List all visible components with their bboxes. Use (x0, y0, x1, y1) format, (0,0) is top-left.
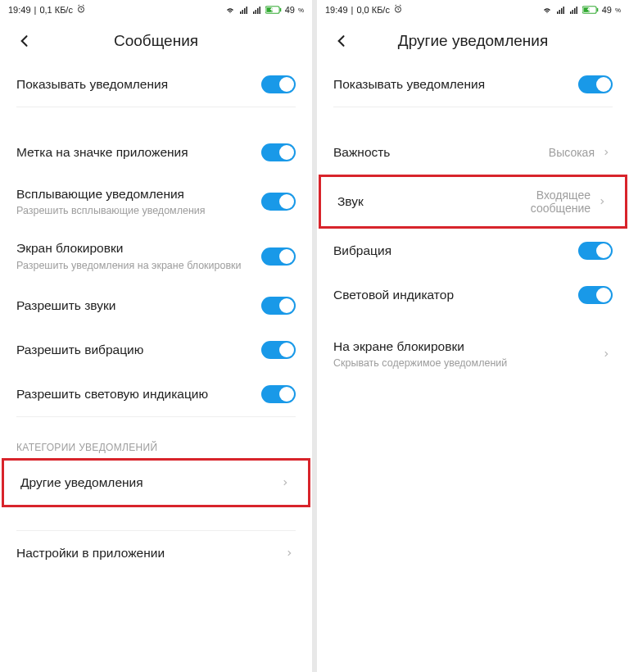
label: Вибрация (333, 243, 578, 259)
svg-rect-2 (242, 10, 243, 14)
status-time: 19:49 (8, 5, 31, 15)
svg-rect-19 (574, 8, 576, 14)
toggle-on[interactable] (261, 193, 296, 211)
label: Всплывающие уведомления (16, 186, 261, 202)
svg-rect-15 (561, 8, 563, 14)
svg-rect-1 (240, 11, 242, 14)
label: Звук (337, 193, 492, 210)
svg-rect-5 (253, 11, 255, 14)
label: Световой индикатор (333, 287, 578, 303)
sublabel: Скрывать содержимое уведомлений (333, 356, 600, 370)
label: Показывать уведомления (333, 76, 578, 93)
svg-rect-17 (570, 11, 572, 14)
header: Другие уведомления (317, 20, 629, 62)
battery-percent: 49 (285, 5, 295, 15)
toggle-on[interactable] (578, 286, 613, 304)
battery-unit: % (615, 7, 621, 14)
page-title: Другие уведомления (398, 32, 548, 50)
battery-icon (265, 5, 282, 15)
sublabel: Разрешить уведомления на экране блокиров… (16, 259, 261, 272)
label: Другие уведомления (20, 474, 278, 491)
label: Разрешить звуки (16, 297, 261, 314)
label: Экран блокировки (16, 240, 261, 257)
status-speed: 0,0 КБ/с (356, 5, 390, 15)
row-light-indicator[interactable]: Световой индикатор (317, 273, 629, 317)
svg-rect-4 (246, 7, 247, 14)
signal-icon-2 (252, 5, 262, 15)
chevron-right-icon (600, 146, 613, 159)
battery-unit: % (298, 7, 304, 14)
label: На экране блокировки (333, 338, 600, 355)
row-importance[interactable]: Важность Высокая (317, 130, 629, 175)
header: Сообщения (0, 20, 312, 62)
value: Высокая (549, 146, 595, 159)
alarm-icon (393, 4, 403, 16)
section-title: КАТЕГОРИИ УВЕДОМЛЕНИЙ (0, 434, 312, 458)
label: Важность (333, 144, 549, 161)
wifi-icon (224, 5, 236, 15)
svg-rect-6 (255, 10, 256, 14)
chevron-right-icon (600, 347, 613, 361)
signal-icon-2 (569, 5, 579, 15)
row-sound[interactable]: Звук Входящее сообщение (321, 177, 625, 226)
signal-icon (239, 5, 249, 15)
label: Показывать уведомления (16, 76, 261, 93)
toggle-on[interactable] (578, 242, 613, 260)
back-button[interactable] (13, 30, 36, 52)
toggle-on[interactable] (261, 247, 296, 266)
screen-messages: 19:49 | 0,1 КБ/с 49 % Сообщения Показыва… (0, 0, 312, 672)
signal-icon (556, 5, 566, 15)
toggle-on[interactable] (261, 341, 296, 359)
chevron-right-icon (595, 195, 609, 208)
label: Разрешить вибрацию (16, 342, 261, 358)
row-app-settings[interactable]: Настройки в приложении (0, 531, 312, 575)
svg-rect-11 (279, 8, 280, 11)
battery-icon (582, 5, 599, 15)
status-bar: 19:49 | 0,0 КБ/с 49 % (317, 0, 629, 20)
screen-other-notifications: 19:49 | 0,0 КБ/с 49 % Другие уведомления… (317, 0, 629, 672)
page-title: Сообщения (114, 32, 198, 50)
row-vibration[interactable]: Разрешить вибрацию (0, 328, 312, 372)
svg-rect-14 (559, 10, 560, 14)
svg-rect-7 (257, 8, 259, 14)
label: Настройки в приложении (16, 545, 283, 561)
chevron-right-icon (278, 476, 292, 489)
svg-rect-13 (557, 11, 559, 14)
row-vibration[interactable]: Вибрация (317, 229, 629, 273)
row-light[interactable]: Разрешить световую индикацию (0, 372, 312, 416)
svg-rect-23 (596, 8, 597, 11)
row-on-lockscreen[interactable]: На экране блокировки Скрывать содержимое… (317, 327, 629, 381)
chevron-right-icon (283, 547, 296, 560)
row-sounds[interactable]: Разрешить звуки (0, 284, 312, 328)
svg-rect-8 (259, 7, 260, 14)
row-badge[interactable]: Метка на значке приложения (0, 130, 312, 175)
toggle-on[interactable] (261, 143, 296, 161)
label: Метка на значке приложения (16, 144, 261, 161)
toggle-on[interactable] (261, 385, 296, 403)
back-button[interactable] (330, 30, 353, 52)
status-speed: 0,1 КБ/с (39, 5, 73, 15)
svg-rect-3 (244, 8, 246, 14)
value: Входящее сообщение (492, 188, 591, 215)
row-show-notifications[interactable]: Показывать уведомления (0, 62, 312, 107)
row-other-notifications[interactable]: Другие уведомления (4, 461, 308, 505)
wifi-icon (541, 5, 553, 15)
row-lockscreen[interactable]: Экран блокировки Разрешить уведомления н… (0, 229, 312, 283)
toggle-on[interactable] (261, 75, 296, 93)
row-show-notifications[interactable]: Показывать уведомления (317, 62, 629, 107)
toggle-on[interactable] (261, 297, 296, 315)
alarm-icon (76, 4, 86, 16)
status-time: 19:49 (325, 5, 348, 15)
sublabel: Разрешить всплывающие уведомления (16, 204, 261, 217)
row-popup[interactable]: Всплывающие уведомления Разрешить всплыв… (0, 175, 312, 229)
toggle-on[interactable] (578, 75, 613, 93)
label: Разрешить световую индикацию (16, 386, 261, 402)
svg-rect-18 (572, 10, 573, 14)
battery-percent: 49 (602, 5, 612, 15)
status-bar: 19:49 | 0,1 КБ/с 49 % (0, 0, 312, 20)
svg-rect-16 (563, 7, 564, 14)
svg-rect-20 (576, 7, 577, 14)
